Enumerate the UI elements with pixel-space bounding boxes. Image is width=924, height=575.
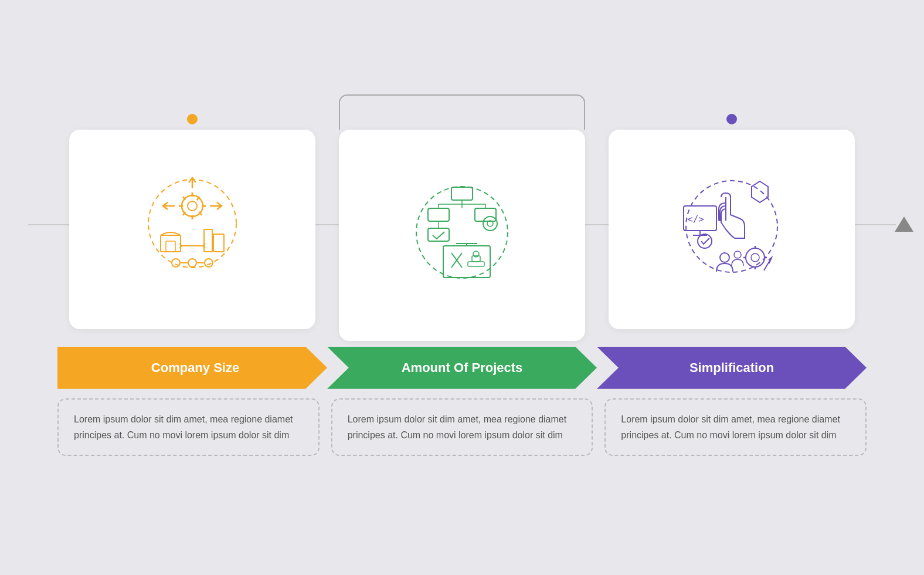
up-triangle-indicator [895, 217, 913, 232]
svg-marker-46 [752, 181, 768, 202]
arrow-green: Amount Of Projects [327, 347, 597, 389]
arrows-row: Company Size Amount Of Projects Simplifi… [57, 347, 867, 389]
arrow-label-2: Amount Of Projects [402, 360, 523, 376]
svg-text:</>: </> [687, 214, 704, 225]
card-3-icon: </> [673, 171, 790, 288]
svg-point-53 [751, 253, 759, 262]
bracket-connector [339, 94, 585, 130]
card-3: </> [609, 130, 855, 329]
dot-1 [187, 114, 198, 124]
card-1 [69, 130, 315, 329]
card-wrapper-3: </> [597, 119, 867, 329]
texts-row: Lorem ipsum dolor sit dim amet, mea regi… [57, 398, 867, 456]
dot-3 [726, 114, 737, 124]
infographic: </> [28, 119, 896, 456]
svg-rect-25 [451, 187, 473, 200]
svg-point-35 [483, 217, 497, 231]
card-1-icon [134, 171, 251, 288]
svg-point-58 [720, 253, 729, 262]
arrow-purple: Simplification [597, 347, 867, 389]
arrow-orange: Company Size [57, 347, 327, 389]
svg-rect-17 [213, 234, 224, 252]
svg-point-19 [172, 259, 180, 267]
cards-row: </> [28, 119, 896, 329]
text-box-3: Lorem ipsum dolor sit dim amet, mea regi… [604, 398, 867, 456]
svg-rect-26 [428, 208, 449, 221]
svg-point-21 [188, 259, 196, 267]
svg-point-23 [205, 259, 213, 267]
svg-point-59 [734, 251, 741, 258]
text-box-1: Lorem ipsum dolor sit dim amet, mea regi… [57, 398, 320, 456]
card-2-icon [403, 177, 521, 294]
text-2-body: Lorem ipsum dolor sit dim amet, mea regi… [348, 414, 567, 440]
arrow-label-1: Company Size [145, 360, 239, 376]
svg-rect-15 [166, 241, 175, 252]
card-wrapper-2 [327, 143, 597, 329]
svg-rect-27 [475, 208, 496, 221]
arrow-item-1: Company Size [57, 347, 327, 389]
svg-rect-16 [204, 229, 212, 252]
svg-point-51 [698, 234, 712, 248]
arrow-item-2: Amount Of Projects [327, 347, 597, 389]
arrow-item-3: Simplification [597, 347, 867, 389]
text-1-body: Lorem ipsum dolor sit dim amet, mea regi… [74, 414, 293, 440]
text-3-body: Lorem ipsum dolor sit dim amet, mea regi… [621, 414, 840, 440]
svg-point-2 [188, 201, 197, 211]
svg-rect-42 [468, 262, 484, 266]
svg-point-45 [686, 181, 777, 272]
svg-point-52 [746, 248, 765, 267]
card-2 [339, 130, 585, 341]
svg-rect-33 [428, 228, 449, 241]
text-box-2: Lorem ipsum dolor sit dim amet, mea regi… [331, 398, 593, 456]
card-wrapper-1 [57, 119, 327, 329]
arrow-label-3: Simplification [689, 360, 774, 376]
svg-rect-14 [161, 235, 181, 252]
